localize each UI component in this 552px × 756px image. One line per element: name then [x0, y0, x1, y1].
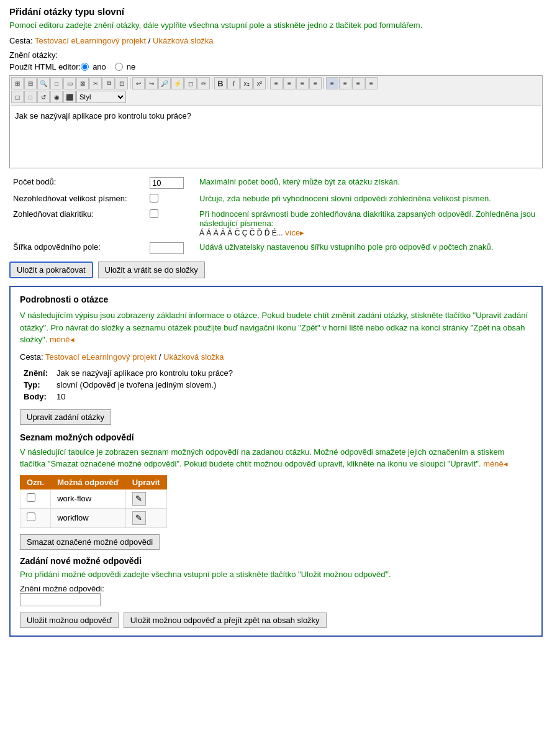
radio-no-label: ne — [127, 62, 135, 71]
path-sep: / — [148, 36, 153, 45]
radio-no[interactable] — [115, 63, 123, 71]
tb-btn-2[interactable]: ⊟ — [24, 77, 37, 89]
bottom-btn-row: Uložit možnou odpověď Uložit možnou odpo… — [20, 613, 532, 628]
case-desc: Určuje, zda nebude při vyhodnocení slovn… — [196, 191, 543, 207]
width-input[interactable] — [150, 242, 184, 254]
table-row: work-flow✎ — [20, 489, 167, 508]
tb-btn-r1[interactable]: ◻ — [11, 91, 24, 103]
case-label: Nezohledňovat velikost písmen: — [9, 191, 146, 207]
tb-btn-cut[interactable]: ✂ — [89, 77, 102, 89]
tb-btn-sub[interactable]: x₂ — [240, 77, 253, 89]
points-label: Počet bodů: — [9, 175, 146, 191]
radio-yes[interactable] — [81, 63, 89, 71]
answer-checkbox-1[interactable] — [27, 512, 35, 521]
tb-btn-r3[interactable]: ↺ — [37, 91, 50, 103]
diacritics-label: Zohledňovat diakritiku: — [9, 207, 146, 240]
edit-icon-0[interactable]: ✎ — [132, 492, 146, 506]
tb-sep-3 — [268, 78, 268, 89]
tb-btn-paste[interactable]: ⊡ — [115, 77, 128, 89]
save-return-button[interactable]: Uložit a vrátit se do složky — [98, 262, 205, 278]
case-row: Nezohledňovat velikost písmen: Určuje, z… — [9, 191, 543, 207]
tb-btn-replace[interactable]: ⚡ — [171, 77, 184, 89]
editor-text: Jak se nazývají aplikace pro kontrolu to… — [15, 111, 191, 121]
tb-btn-ul[interactable]: ≡ — [270, 77, 283, 89]
tb-btn-r5[interactable]: ⬛ — [63, 91, 76, 103]
answer-value-1: workflow — [51, 508, 126, 527]
case-checkbox[interactable] — [150, 194, 158, 203]
save-answer-button[interactable]: Uložit možnou odpověď — [20, 613, 119, 628]
edit-question-button[interactable]: Upravit zadání otázky — [20, 409, 111, 425]
tb-btn-align-right[interactable]: ≡ — [352, 77, 364, 89]
answers-table-header: Ozn. Možná odpověď Upravit — [20, 475, 167, 489]
tb-btn-edit2[interactable]: ✏ — [197, 77, 210, 89]
save-continue-button[interactable]: Uložit a pokračovat — [9, 262, 93, 278]
tb-btn-img[interactable]: ◻ — [184, 77, 197, 89]
tb-btn-align-justify[interactable]: ≡ — [365, 77, 378, 89]
info-zneni-row: Znění: Jak se nazývají aplikace pro kont… — [21, 368, 235, 378]
question-label: Znění otázky: — [9, 50, 543, 60]
tb-btn-sup[interactable]: x² — [253, 77, 266, 89]
tb-btn-undo[interactable]: ↩ — [132, 77, 145, 89]
answers-table: Ozn. Možná odpověď Upravit work-flow✎wor… — [20, 475, 167, 528]
path-label: Cesta: — [9, 36, 33, 45]
new-answer-input[interactable] — [20, 593, 101, 606]
edit-icon-1[interactable]: ✎ — [132, 511, 146, 525]
tb-btn-5[interactable]: ▭ — [63, 77, 76, 89]
tb-btn-copy[interactable]: ⧉ — [102, 77, 115, 89]
tb-btn-r2[interactable]: □ — [24, 91, 37, 103]
details-path-link-folder[interactable]: Ukázková složka — [163, 352, 224, 362]
diacritics-checkbox[interactable] — [150, 209, 158, 218]
tb-btn-indent[interactable]: ≡ — [309, 77, 322, 89]
tb-btn-6[interactable]: ⊠ — [76, 77, 89, 89]
tb-btn-align-left[interactable]: ≡ — [326, 77, 338, 89]
case-input-cell — [146, 191, 196, 207]
toolbar-row-1: ⊞ ⊟ 🔍 □ ▭ ⊠ ✂ ⧉ ⊡ ↩ ↪ 🔎 ⚡ ◻ ✏ B I x₂ x² … — [11, 77, 541, 89]
points-row: Počet bodů: Maximální počet bodů, který … — [9, 175, 543, 191]
info-body-label: Body: — [21, 391, 53, 402]
path-link-project[interactable]: Testovací eLearningový projekt — [35, 36, 146, 45]
editor-toolbar: ⊞ ⊟ 🔍 □ ▭ ⊠ ✂ ⧉ ⊡ ↩ ↪ 🔎 ⚡ ◻ ✏ B I x₂ x² … — [9, 75, 543, 106]
more-link[interactable]: více▸ — [285, 228, 304, 237]
points-desc: Maximální počet bodů, který může být za … — [196, 175, 543, 191]
diacritics-row: Zohledňovat diakritiku: Při hodnocení sp… — [9, 207, 543, 240]
html-editor-radios: ano ne — [81, 62, 140, 71]
tb-btn-outdent[interactable]: ≡ — [296, 77, 309, 89]
details-breadcrumb: Cesta: Testovací eLearningový projekt / … — [20, 352, 532, 362]
tb-btn-r4[interactable]: ◉ — [50, 91, 63, 103]
save-answer-return-button[interactable]: Uložit možnou odpověď a přejít zpět na o… — [124, 613, 327, 628]
tb-sep-1 — [130, 78, 130, 89]
details-path-link-project[interactable]: Testovací eLearningový projekt — [45, 352, 156, 362]
tb-btn-italic[interactable]: I — [227, 77, 240, 89]
tb-btn-1[interactable]: ⊞ — [11, 77, 24, 89]
answer-edit-cell-0: ✎ — [125, 489, 166, 508]
info-zneni-value: Jak se nazývají aplikace pro kontrolu to… — [54, 368, 235, 378]
answer-edit-cell-1: ✎ — [125, 508, 166, 527]
width-row: Šířka odpovědního pole: Udává uživatelsk… — [9, 240, 543, 257]
answers-less-link[interactable]: méně◂ — [483, 459, 508, 468]
tb-btn-redo[interactable]: ↪ — [145, 77, 158, 89]
table-row: workflow✎ — [20, 508, 167, 527]
details-path-label: Cesta: — [20, 352, 43, 362]
tb-btn-ol[interactable]: ≡ — [283, 77, 296, 89]
answer-checkbox-0[interactable] — [27, 493, 35, 502]
details-info-table: Znění: Jak se nazývají aplikace pro kont… — [20, 367, 237, 403]
tb-btn-find[interactable]: 🔎 — [158, 77, 171, 89]
delete-answers-button[interactable]: Smazat označené možné odpovědi — [20, 534, 160, 550]
info-typ-value: slovní (Odpověď je tvořena jediným slove… — [54, 380, 235, 390]
details-less-link[interactable]: méně◂ — [50, 335, 75, 344]
tb-btn-bold[interactable]: B — [214, 77, 227, 89]
tb-btn-3[interactable]: 🔍 — [37, 77, 50, 89]
info-typ-row: Typ: slovní (Odpověď je tvořena jediným … — [21, 380, 235, 390]
page-title: Přidání otázky typu slovní — [9, 6, 543, 17]
new-answer-section: Zadání nové možné odpovědi Pro přidání m… — [20, 556, 532, 628]
tb-sep-2 — [212, 78, 212, 89]
points-input[interactable] — [150, 177, 184, 189]
diacritics-desc: Při hodnocení správnosti bude zohledňová… — [196, 207, 543, 240]
answers-section-desc: V následující tabulce je zobrazen seznam… — [20, 446, 532, 470]
style-dropdown[interactable]: Styl — [76, 91, 126, 103]
editor-content-area[interactable]: Jak se nazývají aplikace pro kontrolu to… — [9, 106, 543, 168]
breadcrumb: Cesta: Testovací eLearningový projekt / … — [9, 36, 543, 45]
path-link-folder[interactable]: Ukázková složka — [153, 36, 214, 45]
tb-btn-align-center[interactable]: ≡ — [339, 77, 351, 89]
tb-btn-4[interactable]: □ — [50, 77, 63, 89]
